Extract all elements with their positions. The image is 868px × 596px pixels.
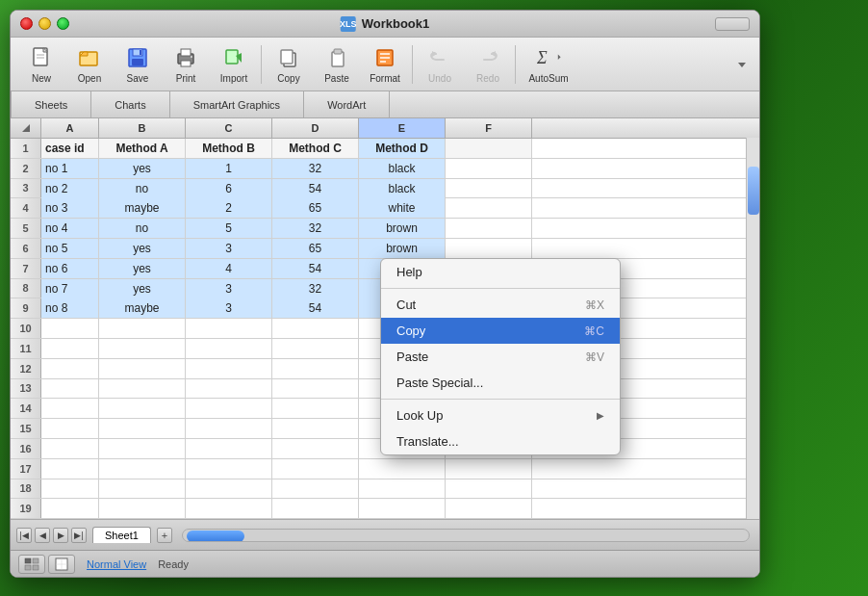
cell-a1[interactable]: case id	[41, 139, 99, 158]
cell-a9[interactable]: no 8	[41, 298, 99, 318]
normal-view-button[interactable]	[18, 555, 45, 574]
cell-a2[interactable]: no 1	[41, 159, 99, 178]
prev-sheet-button[interactable]: ◀	[35, 528, 50, 543]
cell-b1[interactable]: Method A	[99, 139, 186, 158]
cell-c5[interactable]: 5	[186, 219, 272, 238]
cell-f6[interactable]	[446, 239, 532, 258]
copy-toolbar-button[interactable]: Copy	[266, 41, 312, 88]
col-header-d[interactable]: D	[272, 118, 359, 138]
save-button[interactable]: Save	[115, 41, 161, 88]
cell-c2[interactable]: 1	[186, 159, 272, 178]
cell-f1[interactable]	[446, 139, 532, 158]
context-menu-help[interactable]: Help	[381, 259, 620, 285]
row-header-3[interactable]: 3	[11, 179, 41, 198]
row-header-4[interactable]: 4	[11, 198, 41, 218]
cell-d9[interactable]: 54	[272, 298, 359, 318]
add-sheet-button[interactable]: +	[157, 528, 172, 543]
row-header-6[interactable]: 6	[11, 239, 41, 258]
format-button[interactable]: Format	[362, 41, 408, 88]
paste-button[interactable]: Paste	[314, 41, 360, 88]
col-header-b[interactable]: B	[99, 118, 186, 138]
tab-sheets[interactable]: Sheets	[11, 91, 91, 117]
cell-d8[interactable]: 32	[272, 279, 359, 298]
cell-d3[interactable]: 54	[272, 179, 359, 198]
cell-e1[interactable]: Method D	[359, 139, 446, 158]
cell-b9[interactable]: maybe	[99, 298, 186, 318]
cell-d4[interactable]: 65	[272, 198, 359, 218]
cell-c9[interactable]: 3	[186, 298, 272, 318]
last-sheet-button[interactable]: ▶|	[71, 528, 87, 543]
redo-button[interactable]: Redo	[465, 41, 511, 88]
cell-a4[interactable]: no 3	[41, 198, 99, 218]
cell-c6[interactable]: 3	[186, 239, 272, 258]
h-scrollbar-thumb[interactable]	[187, 531, 244, 542]
col-header-f[interactable]: F	[446, 118, 532, 138]
cell-d7[interactable]: 54	[272, 259, 359, 278]
corner-cell[interactable]	[11, 118, 41, 138]
cell-c1[interactable]: Method B	[186, 139, 272, 158]
cell-a7[interactable]: no 6	[41, 259, 99, 278]
close-button[interactable]	[20, 17, 33, 30]
cell-e4[interactable]: white	[359, 198, 446, 218]
resize-button[interactable]	[715, 17, 750, 31]
tab-smartart[interactable]: SmartArt Graphics	[170, 91, 304, 117]
toolbar-overflow[interactable]	[732, 55, 752, 74]
undo-button[interactable]: Undo	[417, 41, 463, 88]
context-menu-lookup[interactable]: Look Up ▶	[381, 402, 620, 428]
context-menu-paste[interactable]: Paste ⌘V	[381, 344, 620, 370]
cell-c3[interactable]: 6	[186, 179, 272, 198]
cell-b8[interactable]: yes	[99, 279, 186, 298]
cell-a8[interactable]: no 7	[41, 279, 99, 298]
cell-b3[interactable]: no	[99, 179, 186, 198]
cell-e3[interactable]: black	[359, 179, 446, 198]
page-view-button[interactable]	[48, 555, 75, 574]
import-button[interactable]: Import	[211, 41, 257, 88]
cell-d1[interactable]: Method C	[272, 139, 359, 158]
cell-d5[interactable]: 32	[272, 219, 359, 238]
col-header-c[interactable]: C	[186, 118, 272, 138]
cell-b4[interactable]: maybe	[99, 198, 186, 218]
row-header-8[interactable]: 8	[11, 279, 41, 298]
cell-e2[interactable]: black	[359, 159, 446, 178]
cell-b6[interactable]: yes	[99, 239, 186, 258]
cell-c7[interactable]: 4	[186, 259, 272, 278]
col-header-a[interactable]: A	[41, 118, 99, 138]
cell-f2[interactable]	[446, 159, 532, 178]
cell-b2[interactable]: yes	[99, 159, 186, 178]
col-header-e[interactable]: E	[359, 118, 446, 138]
cell-a6[interactable]: no 5	[41, 239, 99, 258]
context-menu-copy[interactable]: Copy ⌘C	[381, 318, 620, 344]
horizontal-scrollbar[interactable]	[182, 529, 750, 542]
print-button[interactable]: Print	[163, 41, 209, 88]
cell-c4[interactable]: 2	[186, 198, 272, 218]
new-button[interactable]: New	[18, 41, 64, 88]
tab-charts[interactable]: Charts	[91, 91, 169, 117]
context-menu-cut[interactable]: Cut ⌘X	[381, 292, 620, 318]
tab-wordart[interactable]: WordArt	[304, 91, 390, 117]
cell-f5[interactable]	[446, 219, 532, 238]
cell-a5[interactable]: no 4	[41, 219, 99, 238]
vertical-scrollbar[interactable]	[746, 138, 759, 519]
row-header-7[interactable]: 7	[11, 259, 41, 278]
cell-e5[interactable]: brown	[359, 219, 446, 238]
row-header-2[interactable]: 2	[11, 159, 41, 178]
context-menu-translate[interactable]: Translate...	[381, 428, 620, 454]
row-header-5[interactable]: 5	[11, 219, 41, 238]
cell-f4[interactable]	[446, 198, 532, 218]
cell-b5[interactable]: no	[99, 219, 186, 238]
open-button[interactable]: Open	[66, 41, 113, 88]
row-header-1[interactable]: 1	[11, 139, 41, 158]
maximize-button[interactable]	[57, 17, 69, 30]
sheet-tab-1[interactable]: Sheet1	[92, 527, 151, 543]
cell-e6[interactable]: brown	[359, 239, 446, 258]
first-sheet-button[interactable]: |◀	[16, 528, 32, 543]
cell-b7[interactable]: yes	[99, 259, 186, 278]
cell-f3[interactable]	[446, 179, 532, 198]
cell-a3[interactable]: no 2	[41, 179, 99, 198]
cell-d6[interactable]: 65	[272, 239, 359, 258]
scrollbar-thumb[interactable]	[748, 167, 759, 215]
cell-d2[interactable]: 32	[272, 159, 359, 178]
autosum-button[interactable]: Σ AutoSum	[520, 41, 577, 88]
row-header-9[interactable]: 9	[11, 298, 41, 318]
context-menu-paste-special[interactable]: Paste Special...	[381, 370, 620, 396]
